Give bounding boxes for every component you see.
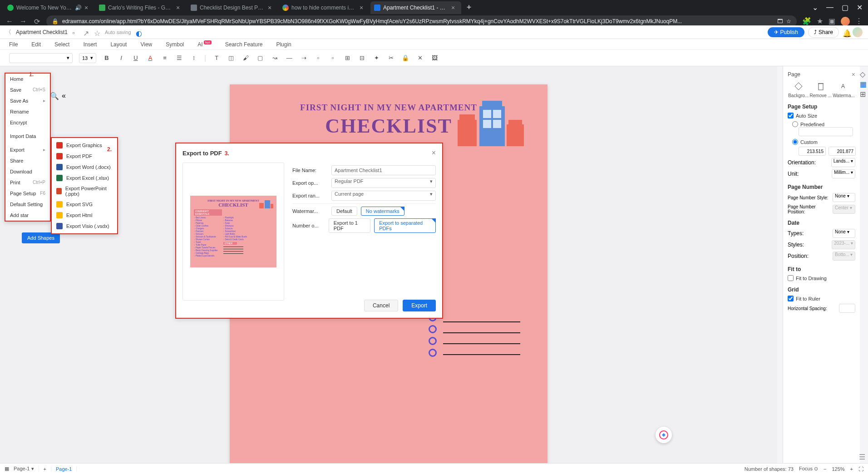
menu-file[interactable]: File (9, 41, 18, 48)
orientation-select[interactable]: Lands... ▾ (831, 158, 855, 167)
new-tab-button[interactable]: + (465, 3, 473, 12)
close-icon[interactable]: × (451, 5, 458, 11)
close-icon[interactable]: × (852, 71, 855, 78)
menu-ai[interactable]: AIhot (197, 41, 211, 48)
filename-input[interactable] (331, 165, 436, 175)
menu-home[interactable]: Home (5, 74, 50, 84)
italic-icon[interactable]: I (117, 54, 125, 62)
height-input[interactable] (829, 147, 856, 156)
sparkle-icon[interactable]: ✦ (372, 54, 380, 62)
connector-icon[interactable]: ↝ (271, 54, 279, 62)
user-avatar[interactable] (853, 27, 863, 37)
arrow-icon[interactable]: ⇢ (300, 54, 308, 62)
layers-icon[interactable]: ▦ (860, 80, 867, 87)
watermark-none[interactable]: No watermarks (361, 207, 404, 216)
close-icon[interactable]: × (84, 5, 91, 11)
menu-export[interactable]: Export▸ (5, 144, 50, 155)
window-close-icon[interactable]: ✕ (857, 3, 863, 12)
text-icon[interactable]: T (212, 54, 221, 62)
back-icon[interactable]: 〈 (5, 28, 11, 36)
cancel-button[interactable]: Cancel (364, 300, 398, 311)
avatar-icon[interactable] (841, 17, 850, 26)
menu-save[interactable]: SaveCtrl+S (5, 84, 50, 95)
list-icon[interactable]: ☰ (175, 54, 183, 62)
menu-rename[interactable]: Rename (5, 106, 50, 117)
custom-radio[interactable]: Custom (792, 139, 855, 145)
line-icon[interactable]: — (285, 54, 293, 62)
menu-search[interactable]: Search Feature (225, 41, 263, 48)
watermark-default[interactable]: Default (331, 207, 357, 216)
star-icon[interactable]: ☆ (94, 29, 100, 35)
align-icon[interactable]: ≡ (161, 54, 169, 62)
add-page[interactable]: + (39, 466, 51, 472)
block1-icon[interactable]: ▫ (314, 54, 322, 62)
export-1pdf[interactable]: Export to 1 PDF (329, 218, 370, 233)
maximize-icon[interactable]: ▢ (842, 3, 848, 12)
tab-sheets[interactable]: Carlo's Writing Files - Google Sh...× (95, 1, 186, 14)
image-icon[interactable]: 🖼 (430, 54, 439, 62)
font-select[interactable]: ▾ (9, 53, 73, 63)
save-icon[interactable]: ▫ (72, 29, 79, 35)
extensions-icon[interactable]: 🧩 (802, 17, 811, 26)
tab-spotify[interactable]: Welcome To New York (Tayl...🔊× (4, 1, 94, 14)
background-button[interactable]: Backgro... (788, 82, 809, 98)
export-excel[interactable]: Export Excel (.xlsx) (52, 173, 117, 183)
menu-icon[interactable]: ⋮ (855, 17, 863, 26)
paint-icon[interactable]: 🖌 (242, 54, 250, 62)
chevron-down-icon[interactable]: ⌄ (812, 3, 818, 12)
indent-icon[interactable]: ⫶ (190, 54, 198, 62)
export-svg[interactable]: Export SVG (52, 199, 117, 210)
fit-drawing-checkbox[interactable]: Fit to Drawing (788, 275, 855, 281)
menu-view[interactable]: View (140, 41, 152, 48)
zoom-value[interactable]: 125% (832, 466, 844, 472)
bold-icon[interactable]: B (103, 54, 111, 62)
distribute-icon[interactable]: ⊟ (358, 54, 366, 62)
bell-icon[interactable]: 🔔 (843, 29, 849, 35)
pn-style-select[interactable]: None ▾ (833, 193, 855, 202)
fit-ruler-checkbox[interactable]: Fit to Ruler (788, 296, 855, 301)
lock-icon[interactable]: 🔒 (401, 54, 409, 62)
predefined-radio[interactable]: Predefined (792, 121, 855, 127)
fill-icon[interactable]: ▢ (256, 54, 264, 62)
forward-button[interactable]: → (19, 17, 27, 25)
tab-edrawmax[interactable]: Apartment Checklist1 - EdrawM...× (370, 1, 461, 14)
width-input[interactable] (799, 147, 826, 156)
star-icon[interactable]: ☆ (786, 18, 791, 25)
export-visio[interactable]: Export Visio (.vsdx) (52, 221, 117, 232)
zoom-out[interactable]: − (824, 466, 826, 472)
menu-print[interactable]: PrintCtrl+P (5, 177, 50, 188)
close-icon[interactable]: × (432, 149, 436, 157)
menu-import[interactable]: Import Data (5, 131, 50, 142)
page-select[interactable]: Page-1 ▾ (9, 466, 39, 472)
export-word[interactable]: Export Word (.docx) (52, 162, 117, 173)
close-icon[interactable]: × (268, 5, 274, 11)
close-icon[interactable]: × (360, 5, 366, 11)
export-html[interactable]: Export Html (52, 210, 117, 221)
types-select[interactable]: None ▾ (833, 229, 855, 238)
back-button[interactable]: ← (5, 17, 14, 25)
autosize-checkbox[interactable]: Auto Size (788, 113, 855, 118)
menu-edit[interactable]: Edit (31, 41, 41, 48)
font-size-select[interactable]: 13▾ (79, 53, 96, 63)
close-icon[interactable]: × (176, 5, 182, 11)
translate-icon[interactable]: 🗔 (777, 18, 783, 25)
zoom-in[interactable]: + (850, 466, 853, 472)
menu-insert[interactable]: Insert (83, 41, 97, 48)
page-list-icon[interactable]: ▦ (5, 466, 9, 472)
clip-icon[interactable]: ✂ (387, 54, 395, 62)
focus-mode[interactable]: Focus ⊙ (799, 466, 818, 472)
close-edit-icon[interactable]: ✕ (416, 54, 424, 62)
predefined-select[interactable] (799, 127, 853, 136)
align2-icon[interactable]: ⊞ (343, 54, 351, 62)
menu-share[interactable]: Share (5, 155, 50, 166)
search-icon[interactable]: 🔍 (50, 92, 59, 100)
tab-google-search[interactable]: how to hide comments in word× (279, 1, 370, 14)
menu-symbol[interactable]: Symbol (166, 41, 184, 48)
menu-overflow-icon[interactable]: ☰ (859, 453, 865, 461)
menu-select[interactable]: Select (54, 41, 69, 48)
ai-assistant-button[interactable] (656, 427, 672, 443)
menu-encrypt[interactable]: Encrypt (5, 117, 50, 128)
grid-icon[interactable]: ⊞ (860, 90, 867, 97)
page-tab-1[interactable]: Page-1 (51, 466, 77, 472)
underline-icon[interactable]: U (132, 54, 140, 62)
